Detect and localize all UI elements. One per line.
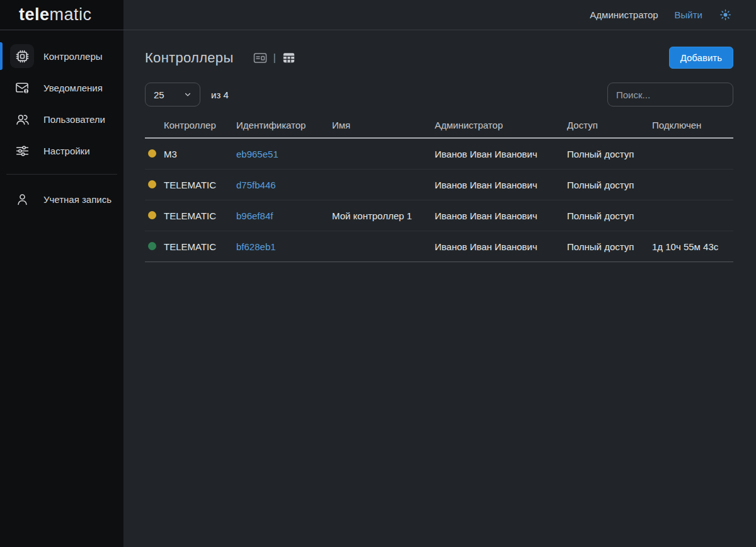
card-view-icon bbox=[253, 50, 268, 66]
status-cell bbox=[145, 180, 164, 190]
column-header-identifier: Идентификатор bbox=[236, 120, 332, 130]
identifier-cell: d75fb446 bbox=[236, 180, 332, 190]
access-cell: Полный доступ bbox=[567, 149, 652, 159]
table-header-row: Контроллер Идентификатор Имя Администрат… bbox=[145, 120, 733, 139]
topbar-right: Администратор Выйти bbox=[123, 0, 756, 30]
person-icon bbox=[10, 187, 34, 211]
administrator-cell: Иванов Иван Иванович bbox=[435, 241, 567, 252]
view-toggle: | bbox=[253, 50, 296, 66]
controller-id-link[interactable]: eb965e51 bbox=[236, 149, 278, 159]
sidebar-item-controllers[interactable]: Контроллеры bbox=[0, 40, 123, 72]
status-cell bbox=[145, 210, 164, 221]
users-icon bbox=[10, 107, 34, 131]
access-cell: Полный доступ bbox=[567, 180, 652, 190]
total-count-label: из 4 bbox=[211, 89, 229, 100]
chevron-down-icon bbox=[182, 89, 193, 100]
controllers-table: Контроллер Идентификатор Имя Администрат… bbox=[145, 120, 733, 262]
identifier-cell: eb965e51 bbox=[236, 149, 332, 159]
sidebar-item-label: Настройки bbox=[43, 146, 90, 156]
current-user-label: Администратор bbox=[590, 9, 658, 20]
table-view-button[interactable] bbox=[282, 50, 296, 65]
logo-light: matic bbox=[50, 5, 92, 24]
administrator-cell: Иванов Иван Иванович bbox=[435, 180, 567, 190]
theme-toggle-button[interactable] bbox=[719, 8, 732, 21]
controller-id-link[interactable]: d75fb446 bbox=[236, 180, 276, 190]
name-cell: Мой контроллер 1 bbox=[332, 210, 435, 221]
sidebar-item-label: Учетная запись bbox=[43, 194, 112, 205]
identifier-cell: bf628eb1 bbox=[236, 241, 332, 252]
view-toggle-separator: | bbox=[273, 52, 276, 64]
sidebar-item-label: Контроллеры bbox=[43, 51, 103, 62]
table-row[interactable]: TELEMATIC bf628eb1 Иванов Иван Иванович … bbox=[145, 231, 733, 262]
controller-cell: TELEMATIC bbox=[164, 210, 236, 221]
controller-id-link[interactable]: bf628eb1 bbox=[236, 241, 276, 252]
card-view-button[interactable] bbox=[253, 50, 268, 66]
access-cell: Полный доступ bbox=[567, 210, 652, 221]
sidebar-item-notifications[interactable]: Уведомления bbox=[0, 72, 123, 103]
column-header-access: Доступ bbox=[567, 120, 652, 130]
logout-link[interactable]: Выйти bbox=[675, 9, 702, 20]
status-dot bbox=[148, 180, 156, 188]
sidebar-item-settings[interactable]: Настройки bbox=[0, 135, 123, 166]
controls-row: 25 из 4 bbox=[145, 83, 733, 107]
controller-cell: М3 bbox=[164, 149, 236, 159]
sidebar-item-account[interactable]: Учетная запись bbox=[0, 183, 123, 215]
table-row[interactable]: М3 eb965e51 Иванов Иван Иванович Полный … bbox=[145, 139, 733, 170]
sun-icon bbox=[719, 8, 732, 21]
table-row[interactable]: TELEMATIC d75fb446 Иванов Иван Иванович … bbox=[145, 170, 733, 200]
column-header-administrator: Администратор bbox=[435, 120, 567, 130]
access-cell: Полный доступ bbox=[567, 241, 652, 252]
sidebar-nav: Контроллеры Уведомления bbox=[0, 40, 123, 215]
column-header-connected: Подключен bbox=[652, 120, 733, 130]
table-row[interactable]: TELEMATIC b96ef84f Мой контроллер 1 Иван… bbox=[145, 200, 733, 231]
column-header-controller: Контроллер bbox=[164, 120, 236, 130]
topbar: telematic Администратор Выйти bbox=[0, 0, 756, 30]
logo-bold: tele bbox=[19, 5, 50, 24]
status-dot bbox=[148, 242, 156, 250]
page-size-select[interactable]: 25 bbox=[145, 83, 200, 107]
controller-cell: TELEMATIC bbox=[164, 241, 236, 252]
main-content: Контроллеры | bbox=[123, 30, 756, 547]
sliders-icon bbox=[10, 139, 34, 163]
page-title: Контроллеры bbox=[145, 50, 234, 66]
page-size-value: 25 bbox=[154, 89, 164, 100]
status-dot bbox=[148, 211, 156, 219]
logo-area: telematic bbox=[0, 0, 123, 30]
status-dot bbox=[148, 149, 156, 158]
search-input[interactable] bbox=[607, 83, 733, 107]
mail-alert-icon bbox=[10, 76, 34, 100]
add-button[interactable]: Добавить bbox=[669, 47, 733, 69]
controller-id-link[interactable]: b96ef84f bbox=[236, 210, 273, 221]
sidebar-divider bbox=[6, 174, 117, 175]
column-header-name: Имя bbox=[332, 120, 435, 130]
administrator-cell: Иванов Иван Иванович bbox=[435, 149, 567, 159]
sidebar-item-users[interactable]: Пользователи bbox=[0, 103, 123, 135]
status-cell bbox=[145, 149, 164, 159]
app-logo: telematic bbox=[19, 5, 92, 25]
page-header: Контроллеры | bbox=[145, 47, 733, 69]
status-cell bbox=[145, 241, 164, 252]
controller-cell: TELEMATIC bbox=[164, 180, 236, 190]
identifier-cell: b96ef84f bbox=[236, 210, 332, 221]
sidebar-item-label: Уведомления bbox=[43, 83, 103, 93]
table-body: М3 eb965e51 Иванов Иван Иванович Полный … bbox=[145, 139, 733, 262]
sidebar: Контроллеры Уведомления bbox=[0, 30, 123, 547]
connected-cell: 1д 10ч 55м 43с bbox=[652, 241, 733, 252]
chip-icon bbox=[10, 44, 34, 68]
table-view-icon bbox=[282, 50, 296, 65]
sidebar-item-label: Пользователи bbox=[43, 114, 105, 125]
administrator-cell: Иванов Иван Иванович bbox=[435, 210, 567, 221]
